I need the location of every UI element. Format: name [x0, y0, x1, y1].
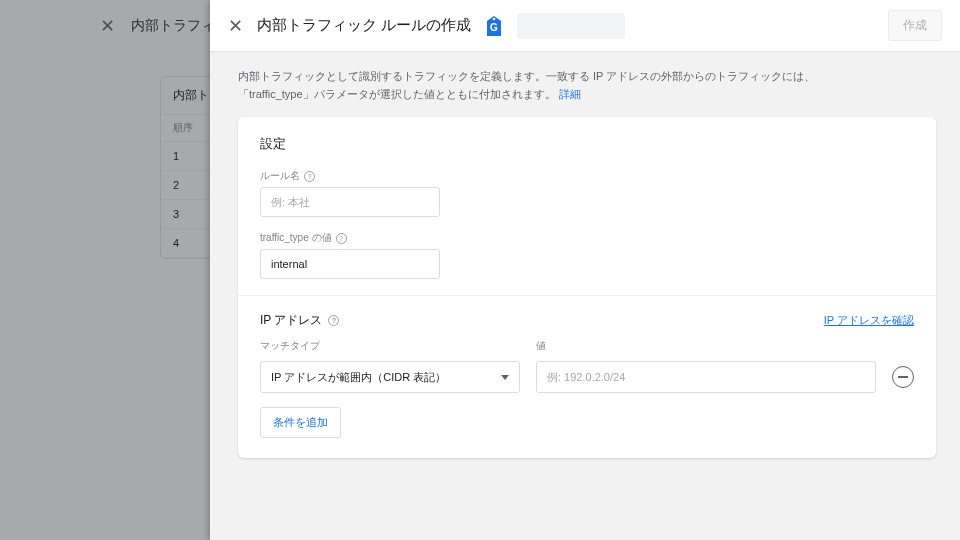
divider — [238, 295, 936, 296]
rule-name-input[interactable] — [260, 187, 440, 217]
value-label: 値 — [536, 339, 914, 353]
ip-section-title: IP アドレス — [260, 312, 322, 329]
svg-text:G: G — [490, 22, 498, 33]
match-type-value: IP アドレスが範囲内（CIDR 表記） — [271, 370, 446, 385]
settings-card: 設定 ルール名 ? traffic_type の値 ? IP アドレス — [238, 117, 936, 458]
close-icon[interactable]: ✕ — [228, 17, 243, 35]
header-chip — [517, 13, 625, 39]
remove-condition-icon[interactable] — [892, 366, 914, 388]
panel-title: 内部トラフィック ルールの作成 — [257, 16, 471, 35]
settings-title: 設定 — [260, 135, 914, 153]
learn-more-link[interactable]: 詳細 — [559, 88, 581, 100]
slideover-panel: ✕ 内部トラフィック ルールの作成 G 作成 内部トラフィックとして識別するトラ… — [210, 0, 960, 540]
chevron-down-icon — [501, 375, 509, 380]
tag-icon: G — [485, 16, 503, 36]
panel-header: ✕ 内部トラフィック ルールの作成 G 作成 — [210, 0, 960, 52]
help-icon[interactable]: ? — [336, 233, 347, 244]
help-icon[interactable]: ? — [328, 315, 339, 326]
traffic-type-input[interactable] — [260, 249, 440, 279]
description-text: 内部トラフィックとして識別するトラフィックを定義します。一致する IP アドレス… — [238, 70, 815, 100]
ip-value-input[interactable] — [536, 361, 876, 393]
svg-point-1 — [493, 17, 496, 20]
traffic-type-label: traffic_type の値 ? — [260, 231, 914, 245]
description: 内部トラフィックとして識別するトラフィックを定義します。一致する IP アドレス… — [238, 68, 878, 103]
help-icon[interactable]: ? — [304, 171, 315, 182]
match-type-label: マッチタイプ — [260, 339, 520, 353]
confirm-ip-link[interactable]: IP アドレスを確認 — [824, 313, 914, 328]
add-condition-button[interactable]: 条件を追加 — [260, 407, 341, 438]
rule-name-label: ルール名 ? — [260, 169, 914, 183]
match-type-select[interactable]: IP アドレスが範囲内（CIDR 表記） — [260, 361, 520, 393]
create-button[interactable]: 作成 — [888, 10, 942, 41]
